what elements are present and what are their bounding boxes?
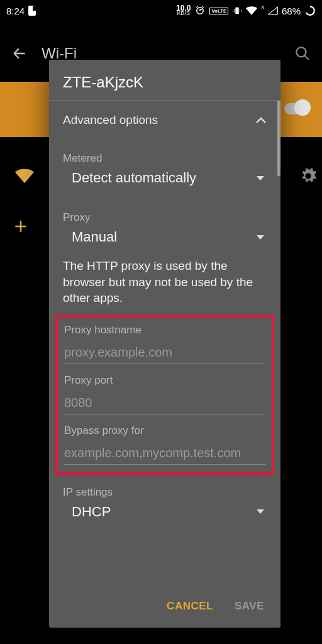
metered-row[interactable]: Metered Detect automatically: [49, 140, 280, 199]
sim-icon: [28, 6, 37, 16]
bypass-input[interactable]: [64, 443, 265, 465]
metered-value: Detect automatically: [72, 170, 196, 186]
clock: 8:24: [6, 6, 25, 16]
ip-settings-row[interactable]: IP settings DHCP: [49, 484, 280, 533]
bypass-field: Bypass proxy for: [64, 425, 265, 465]
chevron-down-icon: [257, 509, 264, 514]
dialog-title: ZTE-aKjzcK: [49, 60, 280, 101]
advanced-options-label: Advanced options: [63, 113, 158, 127]
ip-value: DHCP: [72, 504, 111, 520]
proxy-label: Proxy: [63, 211, 267, 224]
x-badge: x: [261, 4, 264, 10]
bypass-label: Bypass proxy for: [64, 425, 265, 443]
network-speed: 10.0 KB/S: [176, 6, 191, 16]
save-button[interactable]: SAVE: [235, 600, 264, 613]
wifi-toggle-knob[interactable]: [294, 99, 311, 116]
port-label: Proxy port: [64, 374, 265, 393]
dialog-body[interactable]: Advanced options Metered Detect automati…: [49, 101, 280, 587]
battery-percent: 68%: [282, 6, 301, 16]
search-icon[interactable]: [294, 45, 311, 62]
port-input[interactable]: [64, 393, 265, 414]
proxy-row[interactable]: Proxy Manual: [49, 199, 280, 258]
cancel-button[interactable]: CANCEL: [167, 600, 213, 613]
scrollbar-thumb[interactable]: [277, 101, 280, 176]
proxy-value: Manual: [72, 229, 117, 245]
wifi-config-dialog: ZTE-aKjzcK Advanced options Metered Dete…: [49, 60, 280, 628]
wifi-icon: [246, 6, 257, 15]
plus-icon: [13, 218, 29, 235]
svg-rect-0: [33, 6, 36, 11]
metered-label: Metered: [63, 152, 267, 165]
wifi-signal-icon: [4, 169, 45, 184]
svg-point-2: [296, 47, 306, 57]
chevron-down-icon: [257, 235, 264, 240]
ip-label: IP settings: [63, 486, 267, 499]
chevron-up-icon: [255, 116, 267, 124]
hostname-field: Proxy hostname: [64, 324, 265, 364]
highlighted-proxy-fields: Proxy hostname Proxy port Bypass proxy f…: [55, 315, 274, 475]
signal-icon: [268, 6, 278, 15]
port-field: Proxy port: [64, 374, 265, 414]
dialog-actions: CANCEL SAVE: [49, 587, 280, 628]
back-arrow-icon[interactable]: [11, 45, 28, 62]
alarm-icon: [194, 5, 206, 16]
svg-point-1: [306, 6, 314, 15]
volte-icon: VoLTE: [209, 8, 228, 14]
battery-circle-icon: [304, 5, 316, 16]
advanced-options-row[interactable]: Advanced options: [49, 101, 280, 140]
hostname-input[interactable]: [64, 343, 265, 364]
gear-icon[interactable]: [299, 167, 317, 185]
chevron-down-icon: [257, 176, 264, 180]
status-bar: 8:24 10.0 KB/S VoLTE x 68%: [0, 0, 322, 21]
proxy-help-text: The HTTP proxy is used by the browser bu…: [49, 258, 280, 315]
vibrate-icon: [232, 6, 242, 16]
hostname-label: Proxy hostname: [64, 324, 265, 343]
